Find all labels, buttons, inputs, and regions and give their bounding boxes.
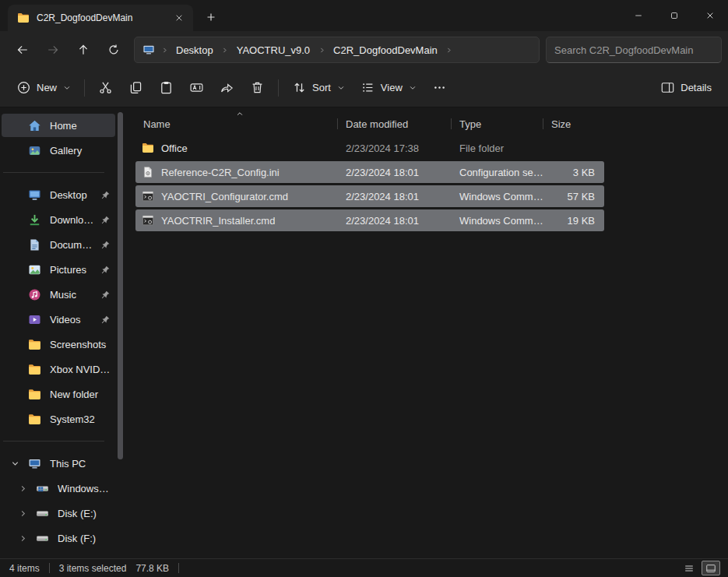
details-view-button[interactable] — [680, 561, 698, 575]
sidebar-item-label: Videos — [50, 314, 96, 325]
pin-icon — [100, 315, 111, 325]
scrollbar-thumb[interactable] — [118, 112, 123, 459]
sidebar-item[interactable]: New folder — [2, 382, 115, 406]
more-options-button[interactable] — [425, 74, 454, 102]
sidebar-item[interactable]: Xbox NVIDIA Sto — [2, 357, 115, 381]
chevron-right-icon[interactable] — [158, 44, 171, 56]
column-label: Type — [459, 118, 481, 130]
chevron-slot — [11, 357, 28, 381]
new-button[interactable]: New — [9, 74, 78, 102]
close-icon — [175, 14, 183, 22]
file-size: 19 KB — [543, 215, 604, 227]
sidebar-item-label: Home — [50, 120, 111, 132]
ellipsis-icon — [432, 80, 447, 95]
column-header[interactable]: Type — [452, 112, 543, 135]
sidebar-item[interactable]: Disk (E:) — [2, 501, 115, 525]
chevron-down-icon[interactable] — [11, 452, 28, 475]
titlebar: C2R_DogfoodDevMain — [0, 0, 728, 31]
up-arrow-icon — [77, 44, 90, 56]
chevron-right-icon[interactable] — [19, 526, 36, 550]
maximize-button[interactable] — [656, 0, 692, 31]
sidebar-item[interactable]: This PC — [2, 452, 115, 475]
up-button[interactable] — [69, 37, 97, 63]
window-body: Home Gallery — [0, 107, 728, 558]
breadcrumb-item[interactable]: C2R_DogfoodDevMain — [328, 42, 443, 58]
close-button[interactable] — [692, 0, 728, 31]
thumbnail-view-button[interactable] — [702, 561, 720, 575]
sidebar-item[interactable]: System32 — [2, 407, 115, 431]
sidebar-item-label: Screenshots — [50, 339, 111, 350]
column-header[interactable]: Date modified — [338, 112, 452, 135]
sidebar-item[interactable]: Gallery — [2, 139, 115, 162]
file-type: Windows Comma... — [452, 215, 543, 227]
breadcrumb-item[interactable]: YAOCTRU_v9.0 — [231, 42, 315, 58]
file-row[interactable]: Reference-C2R_Config.ini 2/23/2024 18:01… — [135, 161, 604, 183]
drive-icon — [36, 507, 49, 520]
chevron-right-icon[interactable] — [19, 477, 36, 500]
cmd-icon — [142, 214, 154, 227]
sidebar-item[interactable]: Pictures — [2, 258, 115, 281]
back-button[interactable] — [8, 37, 37, 63]
details-button[interactable]: Details — [653, 74, 719, 102]
minimize-icon — [635, 12, 642, 19]
selection-size: 77.8 KB — [135, 563, 169, 574]
sidebar-item[interactable]: Disk (F:) — [2, 526, 115, 550]
copy-button[interactable] — [121, 74, 150, 102]
chevron-right-icon[interactable] — [219, 44, 231, 56]
column-label: Date modified — [346, 118, 408, 130]
sidebar-item-label: Pictures — [50, 264, 96, 276]
file-row[interactable]: YAOCTRI_Configurator.cmd 2/23/2024 18:01… — [135, 185, 604, 207]
sidebar-scrollbar[interactable] — [118, 111, 123, 555]
folder-icon — [28, 338, 41, 351]
refresh-button[interactable] — [99, 37, 128, 63]
sidebar-item[interactable]: Home — [2, 114, 115, 137]
share-button[interactable] — [213, 74, 241, 102]
sidebar-item[interactable]: Documents — [2, 233, 115, 256]
details-button-label: Details — [681, 82, 712, 93]
sidebar-item[interactable]: Music — [2, 283, 115, 306]
folder-icon — [142, 142, 154, 154]
minimize-button[interactable] — [621, 0, 656, 31]
monitor-icon[interactable] — [142, 44, 155, 56]
sidebar-item[interactable]: Screenshots — [2, 332, 115, 356]
file-row[interactable]: YAOCTRIR_Installer.cmd 2/23/2024 18:01 W… — [135, 209, 604, 231]
search-box — [546, 37, 722, 63]
copy-icon — [128, 80, 143, 95]
sidebar-item[interactable]: Videos — [2, 308, 115, 331]
chevron-right-icon[interactable] — [19, 501, 36, 525]
forward-button[interactable] — [38, 37, 67, 63]
column-header[interactable]: Size — [543, 112, 604, 135]
search-input[interactable] — [554, 44, 713, 56]
chevron-down-icon — [63, 84, 71, 92]
column-label: Size — [551, 118, 571, 130]
chevron-right-icon[interactable] — [315, 44, 328, 56]
ini-icon — [142, 166, 154, 178]
sidebar-item[interactable]: Windows (C:) — [2, 477, 115, 500]
breadcrumb-item[interactable]: Desktop — [171, 42, 219, 58]
explorer-tab[interactable]: C2R_DogfoodDevMain — [8, 5, 193, 31]
view-button[interactable]: View — [353, 74, 424, 102]
sort-button[interactable]: Sort — [285, 74, 352, 102]
pin-icon — [100, 240, 111, 250]
delete-button[interactable] — [243, 74, 272, 102]
sidebar-item[interactable]: Downloads — [2, 208, 115, 231]
column-label: Name — [143, 118, 171, 130]
sidebar-item-label: Documents — [50, 239, 96, 251]
paste-button[interactable] — [152, 74, 181, 102]
tab-close-button[interactable] — [170, 9, 188, 27]
file-row[interactable]: Office 2/23/2024 17:38 File folder — [135, 137, 604, 159]
breadcrumb-items: Desktop YAOCTRU_v9.0 C2R_DogfoodDevMain — [171, 42, 455, 58]
downloads-icon — [28, 213, 41, 227]
list-lines-icon — [360, 80, 375, 95]
selection-count: 3 items selected — [59, 563, 127, 574]
new-tab-button[interactable] — [199, 5, 223, 29]
file-date: 2/23/2024 18:01 — [338, 191, 452, 202]
chevron-right-icon[interactable] — [443, 44, 455, 56]
chevron-down-icon — [337, 84, 345, 92]
sidebar-item[interactable]: Desktop — [2, 183, 115, 206]
file-name: Office — [161, 142, 188, 154]
cut-button[interactable] — [91, 74, 120, 102]
rename-button[interactable] — [182, 74, 211, 102]
chevron-slot — [11, 208, 28, 231]
chevron-slot — [11, 114, 28, 137]
